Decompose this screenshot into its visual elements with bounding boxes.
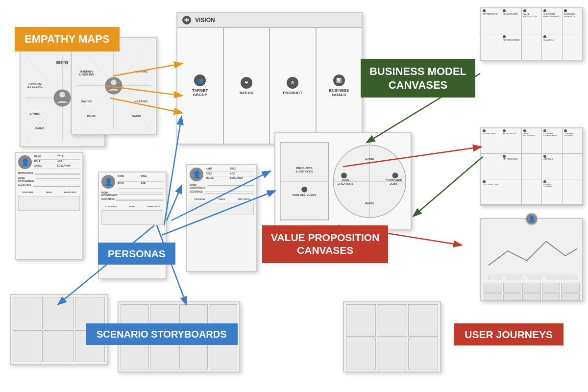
storyboard-card-3 — [343, 301, 441, 372]
svg-rect-62 — [546, 276, 560, 280]
svg-text:PRODUCTS: PRODUCTS — [296, 167, 313, 170]
svg-text:PAINS: PAINS — [35, 127, 44, 130]
svg-text:CREATORS: CREATORS — [338, 182, 354, 185]
svg-text:GAINS: GAINS — [365, 157, 374, 160]
user-journey-card: 👤 — [480, 218, 583, 301]
svg-text:SEEING: SEEING — [56, 61, 69, 64]
persona-card-3: 👤 NAME TITLE ROLE AGE SKILLS EDUCATION W… — [186, 164, 257, 272]
svg-point-56 — [392, 172, 398, 178]
vision-col-target-group: 👥 TARGETGROUP — [177, 28, 224, 144]
svg-text:THINKING: THINKING — [28, 82, 42, 85]
svg-point-18 — [59, 92, 65, 98]
svg-line-3 — [167, 186, 181, 220]
vision-col-product: ⚙ PRODUCT — [270, 28, 317, 144]
svg-text:SAYING: SAYING — [81, 100, 92, 103]
empathy-maps-label: EMPATHY MAPS — [15, 27, 120, 51]
vpc-card: PRODUCTS & SERVICES PAIN RELIEVERS GAINS… — [274, 132, 412, 230]
scenario-storyboards-label: SCENARIO STORYBOARDS — [86, 323, 238, 345]
svg-rect-60 — [508, 276, 522, 280]
svg-text:& SERVICES: & SERVICES — [295, 170, 313, 173]
svg-text:& FEELING: & FEELING — [79, 73, 95, 76]
svg-text:HEARING: HEARING — [134, 70, 147, 73]
svg-point-32 — [111, 79, 117, 85]
svg-text:CUSTOMER: CUSTOMER — [386, 179, 402, 182]
vision-col-business-goals: 📊 BUSINESSGOALS — [317, 28, 362, 144]
svg-text:HEARING: HEARING — [134, 100, 147, 103]
svg-rect-59 — [489, 276, 503, 280]
value-proposition-label: VALUE PROPOSITIONCANVASES — [262, 225, 388, 263]
persona-card-1: 👤 NAME TITLE ROLE AGE SKILLS EDUCATION M… — [15, 152, 83, 260]
bmc-card-2: KEY PARTNERS KEY ACTIVITIES VALUE PROPOS… — [480, 127, 583, 206]
svg-text:PAINS: PAINS — [365, 202, 374, 205]
svg-rect-61 — [527, 276, 541, 280]
svg-text:GAIN: GAIN — [342, 179, 349, 182]
svg-point-57 — [301, 187, 307, 193]
svg-rect-63 — [563, 276, 577, 280]
svg-text:THINKING: THINKING — [79, 70, 94, 73]
svg-text:SAYING: SAYING — [29, 112, 40, 115]
svg-line-12 — [414, 157, 483, 216]
personas-label: PERSONAS — [98, 243, 175, 265]
svg-text:GAINS: GAINS — [132, 115, 141, 118]
user-journeys-label: USER JOURNEYS — [454, 323, 564, 345]
svg-point-55 — [341, 172, 347, 178]
vision-title: 👁 VISION — [177, 13, 362, 28]
vision-col-needs: ❤ NEEDS — [224, 28, 270, 144]
vision-card: 👁 VISION 👥 TARGETGROUP ❤ NEEDS ⚙ PRODUCT… — [176, 12, 363, 145]
svg-text:JOBS: JOBS — [390, 182, 397, 185]
svg-text:PAIN RELIEVERS: PAIN RELIEVERS — [293, 194, 317, 196]
svg-text:& FEELING: & FEELING — [27, 85, 43, 88]
bmc-card-1: KEY PARTNERS KEY ACTIVITIES VALUE PROPOS… — [480, 7, 583, 61]
bmc-label: BUSINESS MODELCANVASES — [361, 59, 475, 98]
svg-text:PAINS: PAINS — [87, 115, 96, 118]
